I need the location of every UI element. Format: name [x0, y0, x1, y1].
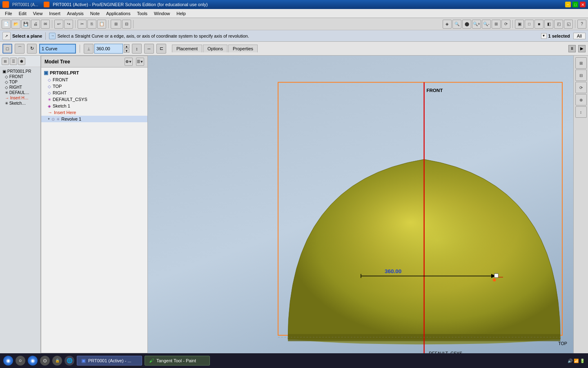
- mt-front[interactable]: ◇ FRONT: [41, 76, 147, 83]
- tab-properties[interactable]: Properties: [228, 45, 258, 52]
- display-btn6[interactable]: ◱: [564, 20, 573, 29]
- zoom-out-button[interactable]: 🔍-: [482, 20, 491, 29]
- viewport[interactable]: 360.00 FRONT _DEFAULT_CSYS TOP: [148, 56, 573, 353]
- revolve-expand-icon[interactable]: +: [48, 117, 50, 121]
- viewport-svg: 360.00 FRONT _DEFAULT_CSYS TOP: [148, 56, 573, 353]
- bb-icon4[interactable]: ⊙: [40, 356, 50, 366]
- status-instruction: Select a Straight Curve or a edge, axis,…: [57, 34, 249, 38]
- zoom-fit-button[interactable]: ⊞: [492, 20, 501, 29]
- display-btn3[interactable]: ■: [535, 20, 543, 29]
- play-button[interactable]: ▶: [578, 45, 586, 52]
- angle-dir-btn[interactable]: ↕: [132, 44, 142, 54]
- print-button[interactable]: 🖨: [31, 20, 40, 29]
- mt-csys[interactable]: ✳ DEFAULT_CSYS: [41, 96, 147, 103]
- menu-file[interactable]: File: [2, 10, 16, 17]
- curve-input[interactable]: [39, 44, 76, 54]
- menu-insert[interactable]: Insert: [46, 10, 64, 17]
- menu-window[interactable]: Window: [151, 10, 173, 17]
- rect-shape-btn[interactable]: □: [2, 44, 12, 54]
- tb-btn5[interactable]: ⊟: [122, 20, 131, 29]
- start-icon[interactable]: ◉: [3, 356, 13, 366]
- angle-up[interactable]: ▲: [124, 44, 129, 48]
- display-btn1[interactable]: ▣: [515, 20, 524, 29]
- mt-part[interactable]: ▣ PRT0001.PRT: [41, 69, 147, 76]
- mt-top[interactable]: ◇ TOP: [41, 83, 147, 90]
- mt-settings-btn[interactable]: ⚙▼: [125, 58, 133, 66]
- bb-icon6[interactable]: 🌐: [65, 356, 74, 366]
- rotate-button[interactable]: ⟳: [501, 20, 510, 29]
- taskbar-tangent-button[interactable]: 🖌 Tangent Tool - Paint: [145, 356, 210, 366]
- mt-filter-btn[interactable]: ☰▼: [136, 58, 144, 66]
- menu-view[interactable]: View: [30, 10, 46, 17]
- left-tree-sketch[interactable]: ✳ Sketch…: [1, 101, 40, 106]
- model-tree-content: ▣ PRT0001.PRT ◇ FRONT ◇ TOP ◇ RIGHT ✳ DE…: [41, 67, 147, 353]
- copy-button[interactable]: ⎘: [87, 20, 96, 29]
- mt-right[interactable]: ◇ RIGHT: [41, 90, 147, 96]
- taskbar-app-icon: ▣: [81, 358, 86, 364]
- left-tree-top[interactable]: ◇ TOP: [1, 79, 40, 85]
- mt-revolve1[interactable]: + ⊙ ✳ Revolve 1: [41, 116, 147, 122]
- angle-down[interactable]: ▼: [124, 49, 129, 53]
- status-bar: ↗ Select a plane → Select a Straight Cur…: [0, 30, 588, 42]
- redo-button[interactable]: ↪: [64, 20, 73, 29]
- bb-icon2[interactable]: ⊙: [16, 356, 25, 366]
- tree-list-btn[interactable]: ☰: [10, 58, 17, 65]
- pause-button[interactable]: ⏸: [568, 45, 576, 52]
- tree-settings-btn[interactable]: ⬟: [18, 58, 25, 65]
- taskbar-app-button[interactable]: ▣ PRT0001 (Active) - ...: [77, 356, 142, 366]
- bb-icon3[interactable]: ◉: [28, 356, 38, 366]
- menu-edit[interactable]: Edit: [16, 10, 30, 17]
- rt-btn4[interactable]: ⊕: [575, 94, 587, 105]
- rt-btn5[interactable]: ↕: [575, 106, 587, 118]
- tab-placement[interactable]: Placement: [172, 45, 202, 52]
- rt-btn2[interactable]: ⊟: [575, 70, 587, 81]
- menu-note[interactable]: Note: [87, 10, 103, 17]
- view-btn2[interactable]: 🔍: [452, 20, 461, 29]
- cap-btn[interactable]: ⊏: [156, 44, 166, 54]
- menu-analysis[interactable]: Analysis: [64, 10, 87, 17]
- angle-sym-btn[interactable]: ↔: [144, 44, 154, 54]
- rt-btn3[interactable]: ⟳: [575, 82, 587, 93]
- flip-shape-btn[interactable]: ↻: [27, 44, 37, 54]
- display-btn2[interactable]: □: [525, 20, 534, 29]
- left-tree-front[interactable]: ◇ FRONT: [1, 74, 40, 79]
- minimize-button[interactable]: −: [565, 2, 571, 7]
- angle-input[interactable]: [94, 44, 123, 54]
- view-btn3[interactable]: ⬤: [462, 20, 471, 29]
- menu-tools[interactable]: Tools: [134, 10, 151, 17]
- angle-icon[interactable]: ⟂: [84, 44, 94, 54]
- left-tree-csys[interactable]: ✳ DEFAUL…: [1, 90, 40, 95]
- mt-sketch1[interactable]: ◈ Sketch 1: [41, 103, 147, 109]
- mt-insert[interactable]: → Insert Here: [41, 109, 147, 116]
- menu-applications[interactable]: Applications: [103, 10, 134, 17]
- zoom-in-button[interactable]: 🔍+: [472, 20, 481, 29]
- save-button[interactable]: 💾: [21, 20, 30, 29]
- view-btn1[interactable]: ◈: [443, 20, 452, 29]
- help-button[interactable]: ?: [577, 20, 586, 29]
- tb-btn4[interactable]: ⊞: [111, 20, 121, 29]
- paste-button[interactable]: 📋: [97, 20, 106, 29]
- left-tree-right[interactable]: ◇ RIGHT: [1, 85, 40, 90]
- arc-shape-btn[interactable]: ⌒: [15, 44, 24, 54]
- left-tree-part[interactable]: ▣ PRT0001.PR: [1, 69, 40, 74]
- tree-expand-btn[interactable]: ⊞: [2, 58, 9, 65]
- close-button[interactable]: ✕: [580, 2, 586, 7]
- new-button[interactable]: 📄: [2, 20, 11, 29]
- maximize-button[interactable]: □: [572, 2, 578, 7]
- menu-help[interactable]: Help: [173, 10, 189, 17]
- display-btn5[interactable]: ◰: [554, 20, 563, 29]
- email-button[interactable]: ✉: [41, 20, 50, 29]
- undo-button[interactable]: ↩: [54, 20, 63, 29]
- cut-button[interactable]: ✂: [78, 20, 87, 29]
- taskbar-app-label: PRT0001 (Active) - ...: [88, 358, 131, 363]
- left-tree-insert[interactable]: → Insert H…: [1, 95, 40, 101]
- main-toolbar: 📄 📂 💾 🖨 ✉ ↩ ↪ ✂ ⎘ 📋 ⊞ ⊟ ◈ 🔍 ⬤ 🔍+ 🔍- ⊞ ⟳ …: [0, 18, 588, 30]
- tab-options[interactable]: Options: [203, 45, 227, 52]
- bb-icon5[interactable]: 🔒: [52, 356, 62, 366]
- select-icon[interactable]: ↗: [2, 32, 11, 40]
- open-button[interactable]: 📂: [11, 20, 20, 29]
- display-btn4[interactable]: ◧: [544, 20, 553, 29]
- window-controls: − □ ✕: [565, 2, 586, 7]
- filter-dropdown[interactable]: All: [573, 33, 586, 39]
- rt-btn1[interactable]: ⊞: [575, 57, 587, 69]
